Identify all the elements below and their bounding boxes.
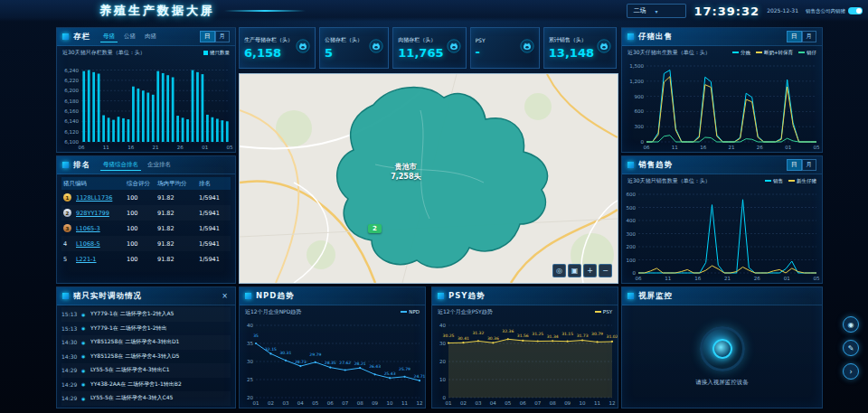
svg-text:25: 25: [247, 377, 253, 382]
svg-text:02: 02: [268, 400, 274, 406]
pig-dot-icon: ◉: [81, 381, 90, 387]
camera-lens-inner: [712, 339, 732, 359]
piglet-chart-subtitle: 近30天仔猪出生数量（单位：头）: [627, 49, 711, 57]
month-toggle[interactable]: 月: [802, 159, 817, 171]
svg-text:32.36: 32.36: [502, 329, 514, 333]
svg-text:20: 20: [439, 359, 446, 364]
svg-text:05: 05: [814, 276, 820, 281]
pig-code-link[interactable]: L1068-5: [76, 240, 127, 248]
list-item: 15:13◉YY779-1在 二场怀孕舍1-2转出: [61, 322, 231, 336]
panel-icon: [627, 293, 634, 299]
svg-text:300: 300: [627, 231, 637, 237]
sales-legend: 销售新生仔猪: [765, 178, 816, 184]
pig-code-link[interactable]: L1065-3: [76, 225, 127, 232]
collapse-arrow-icon[interactable]: ›: [843, 363, 859, 380]
score-value: 100: [127, 240, 157, 248]
svg-text:31.32: 31.32: [472, 331, 484, 335]
svg-text:100: 100: [627, 258, 637, 263]
panel-icon: [62, 293, 69, 299]
list-item: 14:30◉YY851258在 二场怀孕舍4-3转出D1: [61, 335, 231, 350]
panel-ranking: 排名 母猪综合排名 企业排名 猪只编码 综合评分 场内平均分 排名 1 1128…: [56, 155, 236, 284]
svg-text:32.15: 32.15: [265, 347, 277, 352]
panel-psy: PSY趋势 近12个月企业PSY趋势 PSY 01020304001020304…: [431, 286, 618, 408]
region-map[interactable]: 贵池市 7,258头 2 ◎ ▣ + −: [239, 73, 618, 284]
svg-text:26: 26: [757, 145, 763, 150]
panel-psy-title: PSY趋势: [448, 291, 486, 302]
tab-sow-ranking[interactable]: 母猪综合排名: [100, 160, 141, 171]
avg-value: 91.82: [157, 256, 199, 263]
svg-text:30: 30: [247, 359, 253, 364]
top-header: 养殖生产数据大屏 二场 ▾ 17:39:32 2025-12-31 销售含公司内…: [0, 0, 868, 22]
svg-text:16: 16: [700, 145, 706, 150]
svg-text:31.56: 31.56: [517, 333, 529, 338]
table-row: 4 L1068-5 100 91.82 1/5941: [61, 236, 231, 251]
floating-toolbar: ◉ ✎ ›: [843, 316, 859, 380]
ranking-table-header: 猪只编码 综合评分 场内平均分 排名: [61, 177, 231, 190]
month-toggle[interactable]: 月: [802, 31, 817, 42]
kpi-label: 肉猪存栏（头）: [398, 36, 443, 44]
tab-fattening[interactable]: 肉猪: [142, 32, 159, 42]
svg-text:6,100: 6,100: [64, 139, 79, 145]
layers-icon[interactable]: ▣: [568, 264, 581, 277]
kpi-value: 11,765: [398, 46, 443, 60]
farm-select-dropdown[interactable]: 二场 ▾: [627, 4, 686, 18]
score-value: 100: [127, 210, 157, 217]
svg-text:06: 06: [636, 276, 642, 281]
score-value: 100: [127, 256, 157, 263]
svg-text:10: 10: [580, 400, 586, 406]
panel-movement: 猪只实时调动情况 × 15:13◉YY779-1在 二场怀孕舍1-2转入A5 1…: [56, 286, 236, 408]
tab-company-ranking[interactable]: 企业排名: [145, 160, 174, 171]
map-canvas: [240, 74, 618, 283]
panel-monitor-title: 视屏监控: [638, 291, 673, 302]
svg-text:08: 08: [357, 400, 363, 406]
tab-boar[interactable]: 公猪: [121, 32, 138, 42]
assistant-icon[interactable]: ◉: [843, 316, 859, 333]
list-item: 14:29◉LY55-5在 二场怀孕舍4-3转出C1: [61, 363, 231, 378]
locate-icon[interactable]: ◎: [552, 264, 566, 277]
month-toggle[interactable]: 月: [215, 31, 231, 42]
monitor-empty-text: 请接入视屏监控设备: [695, 379, 749, 387]
svg-text:30: 30: [439, 341, 446, 346]
sales-line-chart: 010020030040050060006111621260105: [622, 186, 822, 283]
chevron-down-icon: ▾: [655, 8, 657, 14]
svg-text:500: 500: [627, 205, 637, 211]
feedback-edit-icon[interactable]: ✎: [843, 340, 859, 356]
svg-text:6,180: 6,180: [64, 99, 79, 104]
day-toggle[interactable]: 日: [787, 159, 802, 171]
pig-code-link[interactable]: 928YY1799: [76, 210, 127, 217]
svg-text:04: 04: [297, 400, 304, 406]
svg-text:11: 11: [665, 276, 671, 281]
svg-text:31.02: 31.02: [607, 334, 618, 339]
svg-text:31.73: 31.73: [577, 333, 589, 338]
rank-value: 1/5941: [199, 210, 229, 217]
sales-toggle-switch[interactable]: [848, 7, 863, 14]
movement-text: YY779-1在 二场怀孕舍1-2转入A5: [90, 310, 231, 318]
panel-icon: [627, 162, 634, 168]
svg-text:04: 04: [490, 400, 496, 406]
pig-code-link[interactable]: L221-1: [76, 256, 127, 263]
svg-text:28.21: 28.21: [354, 361, 366, 366]
panel-monitor: 视屏监控 请接入视屏监控设备: [621, 286, 823, 408]
inventory-chart-subtitle: 近30天猪只存栏数量（单位：头）: [62, 49, 146, 57]
zoom-out-icon[interactable]: −: [599, 264, 612, 277]
pig-code-link[interactable]: 1128LL1736: [76, 194, 127, 202]
svg-text:01: 01: [784, 276, 790, 281]
movement-text: LY55-5在 二场怀孕舍4-3转出C1: [90, 366, 231, 374]
clock-date: 2025-12-31: [767, 7, 798, 14]
svg-text:31.25: 31.25: [532, 332, 543, 336]
day-toggle[interactable]: 日: [787, 31, 802, 42]
svg-text:1,500: 1,500: [629, 63, 644, 69]
silver-medal-icon: 2: [63, 209, 71, 217]
svg-text:12: 12: [609, 400, 616, 406]
zoom-in-icon[interactable]: +: [583, 264, 597, 277]
panel-icon: [438, 293, 444, 299]
list-item: 15:13◉YY779-1在 二场怀孕舍1-2转入A5: [61, 307, 231, 322]
gold-medal-icon: 1: [63, 193, 71, 202]
tab-sow[interactable]: 母猪: [100, 32, 118, 42]
day-toggle[interactable]: 日: [200, 31, 215, 42]
close-icon[interactable]: ×: [220, 292, 230, 300]
svg-text:01: 01: [202, 145, 208, 150]
panel-piglet-title: 仔猪出售: [638, 32, 673, 42]
svg-text:30.79: 30.79: [591, 332, 603, 336]
map-cluster-marker[interactable]: 2: [368, 224, 382, 233]
